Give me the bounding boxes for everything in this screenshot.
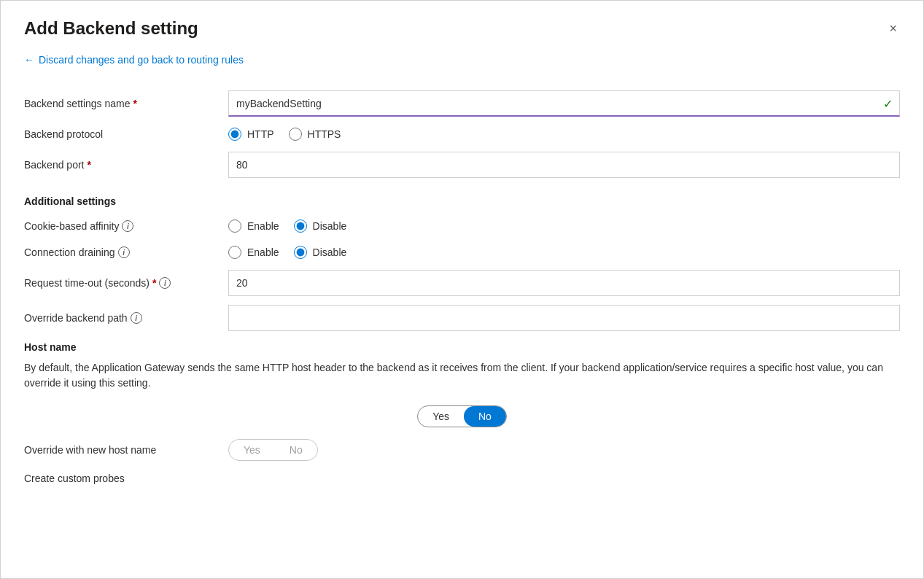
cookie-disable-radio[interactable] [294, 219, 307, 233]
back-arrow-icon: ← [24, 54, 34, 66]
override-backend-path-label: Override backend path i [24, 305, 228, 331]
backend-protocol-radio-group: HTTP HTTPS [228, 128, 900, 141]
hostname-yes-button[interactable]: Yes [418, 406, 464, 427]
connection-draining-info-icon[interactable]: i [118, 246, 130, 258]
connection-draining-label: Connection draining i [24, 239, 228, 265]
request-timeout-label: Request time-out (seconds) * i [24, 270, 228, 296]
close-button[interactable]: × [886, 18, 900, 39]
checkmark-icon: ✓ [883, 97, 893, 111]
hostname-section: Host name By default, the Application Ga… [24, 341, 900, 484]
backend-settings-name-cell: ✓ [228, 86, 900, 121]
create-custom-probes-row: Create custom probes [24, 473, 900, 484]
back-link[interactable]: ← Discard changes and go back to routing… [24, 54, 244, 66]
cookie-enable-option[interactable]: Enable [228, 219, 279, 233]
draining-enable-label: Enable [247, 246, 279, 258]
backend-settings-name-input[interactable] [228, 90, 900, 117]
protocol-https-radio[interactable] [289, 128, 302, 141]
dialog-header: Add Backend setting × [24, 18, 900, 39]
override-new-hostname-label: Override with new host name [24, 444, 228, 456]
backend-protocol-label: Backend protocol [24, 121, 228, 147]
hostname-toggle-group: Yes No [417, 405, 507, 427]
request-timeout-input[interactable] [228, 270, 900, 296]
cookie-enable-label: Enable [247, 220, 279, 232]
protocol-https-label: HTTPS [308, 128, 341, 140]
hostname-description: By default, the Application Gateway send… [24, 360, 900, 391]
required-star-timeout: * [152, 277, 156, 289]
override-backend-path-cell [228, 300, 900, 335]
dialog-title: Add Backend setting [24, 18, 198, 39]
override-backend-path-info-icon[interactable]: i [131, 312, 142, 324]
backend-port-cell [228, 147, 900, 182]
protocol-https-option[interactable]: HTTPS [289, 128, 341, 141]
draining-disable-option[interactable]: Disable [294, 246, 347, 259]
protocol-http-option[interactable]: HTTP [228, 128, 274, 141]
request-timeout-info-icon[interactable]: i [159, 277, 171, 289]
hostname-toggle-row: Yes No [24, 405, 900, 427]
backend-settings-name-label: Backend settings name * [24, 90, 228, 117]
override-new-hostname-row: Override with new host name Yes No [24, 439, 900, 461]
draining-enable-option[interactable]: Enable [228, 246, 279, 259]
draining-disable-radio[interactable] [294, 246, 307, 259]
connection-draining-cell: Enable Disable [228, 241, 900, 263]
cookie-affinity-cell: Enable Disable [228, 215, 900, 237]
override-backend-path-input[interactable] [228, 305, 900, 331]
additional-settings-header: Additional settings [24, 182, 900, 213]
add-backend-setting-dialog: Add Backend setting × ← Discard changes … [0, 0, 924, 579]
cookie-affinity-radio-group: Enable Disable [228, 219, 900, 233]
required-star: * [133, 98, 137, 109]
protocol-http-radio[interactable] [228, 128, 241, 141]
draining-disable-label: Disable [313, 246, 347, 258]
cookie-affinity-label: Cookie-based affinity i [24, 213, 228, 239]
draining-enable-radio[interactable] [228, 246, 241, 259]
create-custom-probes-label: Create custom probes [24, 473, 228, 484]
back-link-text: Discard changes and go back to routing r… [39, 54, 244, 66]
hostname-header: Host name [24, 341, 900, 353]
cookie-disable-label: Disable [313, 220, 347, 232]
request-timeout-cell [228, 265, 900, 300]
cookie-affinity-info-icon[interactable]: i [122, 220, 133, 232]
connection-draining-radio-group: Enable Disable [228, 246, 900, 259]
override-new-hostname-yes-button: Yes [229, 440, 275, 460]
form-grid: Backend settings name * ✓ Backend protoc… [24, 86, 900, 484]
backend-port-input[interactable] [228, 152, 900, 178]
cookie-enable-radio[interactable] [228, 219, 241, 233]
backend-settings-name-wrapper: ✓ [228, 90, 900, 117]
override-new-hostname-toggle-group: Yes No [228, 439, 318, 461]
required-star-port: * [88, 159, 91, 171]
backend-protocol-cell: HTTP HTTPS [228, 123, 900, 145]
hostname-no-button[interactable]: No [464, 406, 506, 427]
override-new-hostname-no-button: No [275, 440, 317, 460]
override-new-hostname-toggle-cell: Yes No [228, 439, 900, 461]
cookie-disable-option[interactable]: Disable [294, 219, 347, 233]
protocol-http-label: HTTP [247, 128, 274, 140]
backend-port-label: Backend port * [24, 152, 228, 178]
